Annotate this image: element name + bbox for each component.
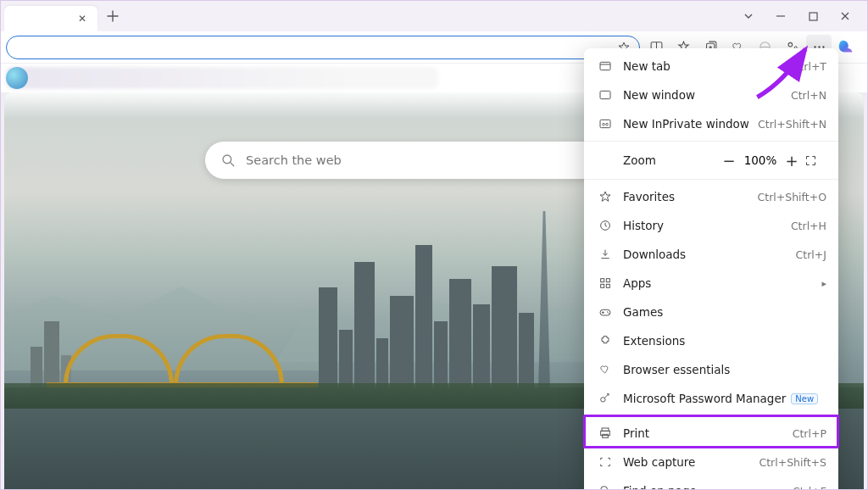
menu-label: Web capture (623, 455, 695, 469)
close-window-button[interactable] (830, 4, 860, 28)
menu-find[interactable]: Find on pageCtrl+F (584, 476, 838, 490)
minimize-icon (776, 11, 786, 21)
menu-label: New tab (623, 59, 670, 73)
browser-tab[interactable]: ✕ (4, 6, 97, 31)
maximize-button[interactable] (798, 4, 828, 28)
menu-label: History (623, 219, 664, 232)
new-badge: New (791, 393, 818, 404)
svg-point-9 (223, 155, 231, 164)
zoom-percent: 100% (742, 153, 779, 167)
zoom-label: Zoom (623, 153, 656, 167)
menu-zoom-row: Zoom − 100% + (584, 144, 838, 176)
menu-favorites[interactable]: FavoritesCtrl+Shift+O (584, 182, 838, 211)
svg-point-23 (601, 398, 605, 402)
menu-print[interactable]: PrintCtrl+P (584, 419, 838, 448)
svg-rect-0 (810, 13, 817, 20)
inprivate-icon (596, 117, 615, 131)
menu-shortcut: Ctrl+H (791, 220, 826, 232)
fullscreen-button[interactable] (804, 154, 830, 167)
menu-apps[interactable]: Apps▸ (584, 269, 838, 298)
svg-point-14 (606, 123, 609, 125)
menu-shortcut: Ctrl+J (796, 248, 826, 261)
menu-web-capture[interactable]: Web captureCtrl+Shift+S (584, 448, 838, 476)
menu-label: New window (623, 88, 695, 102)
menu-shortcut: Ctrl+T (793, 60, 826, 73)
menu-label: Find on page (623, 484, 697, 490)
svg-rect-20 (600, 309, 610, 315)
new-window-icon (596, 88, 615, 102)
svg-rect-18 (601, 284, 604, 287)
chevron-right-icon: ▸ (821, 278, 826, 289)
key-icon (596, 392, 615, 405)
menu-shortcut: Ctrl+N (791, 89, 826, 102)
menu-extensions[interactable]: Extensions (584, 326, 838, 355)
svg-rect-11 (600, 91, 610, 98)
window-controls (733, 1, 860, 31)
chevron-down-icon (743, 11, 754, 21)
menu-history[interactable]: HistoryCtrl+H (584, 211, 838, 240)
menu-shortcut: Ctrl+Shift+N (758, 118, 826, 131)
star-icon (596, 190, 615, 203)
history-icon (596, 219, 615, 232)
tab-strip: ✕ (1, 1, 867, 31)
menu-new-tab[interactable]: New tabCtrl+T (584, 52, 838, 81)
fullscreen-icon (804, 154, 817, 167)
menu-label: Extensions (623, 334, 685, 348)
menu-shortcut: Ctrl+P (793, 427, 826, 440)
menu-downloads[interactable]: DownloadsCtrl+J (584, 240, 838, 269)
heart-icon (596, 363, 615, 376)
download-icon (596, 248, 615, 261)
zoom-in-button[interactable]: + (779, 148, 804, 173)
menu-label: Downloads (623, 248, 686, 261)
svg-rect-10 (600, 62, 610, 70)
zoom-out-button[interactable]: − (716, 148, 742, 173)
new-tab-button[interactable] (101, 4, 125, 28)
minimize-button[interactable] (765, 4, 796, 28)
extensions-icon (596, 334, 615, 348)
menu-shortcut: Ctrl+F (793, 485, 826, 491)
capture-icon (596, 455, 615, 469)
menu-browser-essentials[interactable]: Browser essentials (584, 355, 838, 384)
new-tab-icon (596, 59, 615, 73)
svg-rect-16 (601, 279, 604, 282)
menu-label: Favorites (623, 190, 675, 203)
menu-shortcut: Ctrl+Shift+O (758, 191, 826, 203)
menu-password-manager[interactable]: Microsoft Password ManagerNew (584, 384, 838, 413)
svg-rect-17 (606, 279, 609, 282)
svg-point-21 (607, 311, 608, 312)
menu-new-inprivate[interactable]: New InPrivate windowCtrl+Shift+N (584, 109, 838, 138)
close-icon (840, 11, 850, 21)
menu-label: Browser essentials (623, 363, 730, 376)
search-icon (220, 153, 236, 168)
menu-label: Microsoft Password Manager (623, 392, 786, 405)
svg-point-27 (601, 487, 608, 490)
svg-point-4 (788, 42, 793, 47)
menu-new-window[interactable]: New windowCtrl+N (584, 81, 838, 109)
blurred-region (6, 67, 438, 89)
menu-label: Games (623, 305, 663, 319)
search-icon (596, 484, 615, 490)
svg-rect-26 (603, 434, 609, 437)
svg-rect-19 (606, 284, 609, 287)
menu-shortcut: Ctrl+Shift+S (759, 456, 826, 469)
tabs-chevron-button[interactable] (733, 4, 764, 28)
apps-icon (596, 276, 615, 290)
menu-label: Apps (623, 276, 651, 290)
settings-menu: New tabCtrl+T New windowCtrl+N New InPri… (584, 48, 838, 490)
svg-point-22 (608, 313, 609, 314)
games-icon (596, 305, 615, 319)
print-icon (596, 426, 615, 440)
maximize-icon (809, 12, 818, 21)
menu-label: New InPrivate window (623, 117, 749, 131)
plus-icon (107, 10, 119, 22)
menu-label: Print (623, 426, 649, 440)
address-bar[interactable] (6, 36, 640, 59)
svg-rect-12 (600, 120, 610, 127)
close-tab-icon[interactable]: ✕ (74, 10, 91, 27)
menu-games[interactable]: Games (584, 298, 838, 326)
svg-point-13 (603, 123, 605, 125)
copilot-icon (837, 38, 855, 57)
profile-avatar[interactable] (6, 67, 28, 89)
